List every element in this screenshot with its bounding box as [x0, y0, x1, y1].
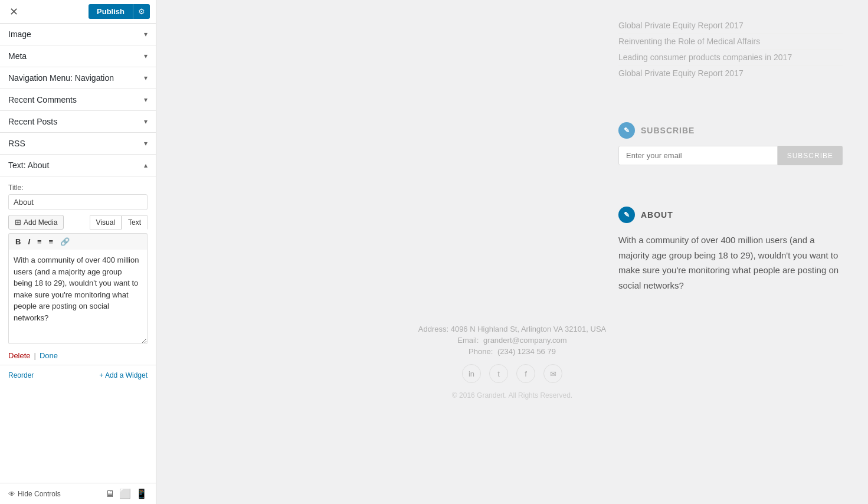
content-textarea[interactable]: With a community of over 400 million use… [8, 250, 148, 344]
reorder-button[interactable]: Reorder [8, 371, 34, 379]
media-row: ⊞ Add Media Visual Text [8, 215, 148, 230]
widget-recent-comments: Recent Comments ▾ [0, 89, 156, 111]
widget-image: Image ▾ [0, 24, 156, 45]
ul-button[interactable]: ≡ [34, 236, 45, 247]
mobile-view-button[interactable]: 📱 [136, 488, 148, 499]
preview-recent-posts: Global Private Equity Report 2017 Reinve… [618, 12, 843, 93]
about-title-text: ABOUT [641, 210, 673, 220]
publish-button[interactable]: Publish [89, 4, 133, 19]
chevron-down-icon: ▾ [144, 117, 148, 126]
footer-copyright: © 2016 Grandert. All Rights Reserved. [205, 391, 819, 400]
hide-controls-label: Hide Controls [18, 490, 61, 498]
footer-social: in t f ✉ [205, 364, 819, 383]
title-input[interactable] [8, 194, 148, 210]
widget-text-about-header[interactable]: Text: About ▴ [0, 155, 156, 176]
settings-button[interactable]: ⚙ [133, 4, 150, 19]
widget-image-header[interactable]: Image ▾ [0, 24, 156, 45]
desktop-view-button[interactable]: 🖥 [105, 489, 114, 499]
about-title: ✎ ABOUT [618, 207, 843, 223]
subscribe-form: SUBSCRIBE [618, 146, 843, 165]
preview-area: Global Private Equity Report 2017 Reinve… [156, 0, 868, 504]
recent-posts-list: Global Private Equity Report 2017 Reinve… [618, 18, 843, 81]
chevron-down-icon: ▾ [144, 52, 148, 60]
done-link[interactable]: Done [40, 351, 58, 360]
add-media-icon: ⊞ [15, 218, 21, 227]
list-item: Leading consumer products companies in 2… [618, 50, 843, 66]
email-icon: ✉ [543, 364, 562, 383]
list-item: Global Private Equity Report 2017 [618, 18, 843, 34]
eye-icon: 👁 [8, 490, 15, 498]
add-media-button[interactable]: ⊞ Add Media [8, 215, 64, 230]
widget-recent-comments-label: Recent Comments [8, 95, 77, 104]
preview-footer: Address: 4096 N Highland St, Arlington V… [182, 305, 843, 411]
widget-recent-posts-header[interactable]: Recent Posts ▾ [0, 111, 156, 132]
widget-meta-label: Meta [8, 51, 27, 61]
sidebar-bottom: 👁 Hide Controls 🖥 ⬜ 📱 [0, 483, 156, 504]
delete-link[interactable]: Delete [8, 351, 31, 360]
footer-email: Email: grandert@company.com [205, 336, 819, 345]
preview-subscribe-section: ✎ SUBSCRIBE SUBSCRIBE [618, 110, 843, 177]
widget-nav-header[interactable]: Navigation Menu: Navigation ▾ [0, 67, 156, 89]
link-button[interactable]: 🔗 [57, 236, 73, 247]
italic-button[interactable]: I [25, 236, 33, 247]
widget-recent-posts-label: Recent Posts [8, 117, 57, 126]
bold-button[interactable]: B [12, 236, 24, 247]
subscribe-button[interactable]: SUBSCRIBE [778, 146, 843, 165]
linkedin-icon: in [462, 364, 481, 383]
widget-rss: RSS ▾ [0, 133, 156, 155]
subscribe-title: ✎ SUBSCRIBE [618, 122, 843, 139]
list-item: Global Private Equity Report 2017 [618, 66, 843, 81]
widget-meta-header[interactable]: Meta ▾ [0, 45, 156, 67]
action-separator: | [34, 351, 36, 360]
about-icon: ✎ [618, 207, 635, 223]
about-text: With a community of over 400 million use… [618, 233, 843, 293]
subscribe-title-text: SUBSCRIBE [641, 126, 695, 135]
widget-list: Image ▾ Meta ▾ Navigation Menu: Navigati… [0, 24, 156, 483]
widget-navigation-menu: Navigation Menu: Navigation ▾ [0, 67, 156, 89]
twitter-icon: t [489, 364, 508, 383]
tab-text[interactable]: Text [122, 215, 148, 230]
add-media-label: Add Media [24, 218, 57, 227]
chevron-down-icon: ▾ [144, 74, 148, 82]
facebook-icon: f [516, 364, 535, 383]
list-item: Reinventing the Role of Medical Affairs [618, 34, 843, 50]
view-icons: 🖥 ⬜ 📱 [105, 488, 148, 499]
footer-address: Address: 4096 N Highland St, Arlington V… [205, 325, 819, 333]
preview-right-sidebar: Global Private Equity Report 2017 Reinve… [618, 12, 843, 305]
chevron-down-icon: ▾ [144, 30, 148, 38]
widget-nav-label: Navigation Menu: Navigation [8, 73, 114, 83]
footer-phone: Phone: (234) 1234 56 79 [205, 347, 819, 356]
tablet-view-button[interactable]: ⬜ [119, 488, 131, 499]
add-widget-button[interactable]: + Add a Widget [99, 371, 148, 379]
widget-rss-label: RSS [8, 139, 25, 148]
close-button[interactable]: ✕ [6, 4, 22, 19]
subscribe-icon: ✎ [618, 122, 635, 139]
preview-frame: Global Private Equity Report 2017 Reinve… [158, 0, 866, 435]
editor-tabs: Visual Text [90, 215, 148, 230]
widget-meta: Meta ▾ [0, 45, 156, 67]
widget-rss-header[interactable]: RSS ▾ [0, 133, 156, 154]
widget-image-label: Image [8, 30, 31, 39]
subscribe-input[interactable] [618, 146, 778, 165]
editor-toolbar: B I ≡ ≡ 🔗 [8, 233, 148, 250]
ol-button[interactable]: ≡ [46, 236, 57, 247]
hide-controls-button[interactable]: 👁 Hide Controls [8, 490, 61, 498]
publish-group: Publish ⚙ [89, 4, 150, 19]
sidebar: ✕ Publish ⚙ Image ▾ Meta ▾ Navigation Me… [0, 0, 156, 504]
reorder-row: Reorder + Add a Widget [0, 365, 156, 385]
chevron-up-icon: ▴ [144, 161, 148, 169]
sidebar-header: ✕ Publish ⚙ [0, 0, 156, 24]
widget-recent-posts: Recent Posts ▾ [0, 111, 156, 133]
tab-visual[interactable]: Visual [90, 215, 122, 230]
widget-recent-comments-header[interactable]: Recent Comments ▾ [0, 89, 156, 110]
preview-about-section: ✎ ABOUT With a community of over 400 mil… [618, 195, 843, 305]
chevron-down-icon: ▾ [144, 96, 148, 104]
chevron-down-icon: ▾ [144, 139, 148, 148]
widget-text-about-label: Text: About [8, 161, 49, 170]
widget-actions: Delete | Done [8, 346, 148, 365]
widget-text-about: Text: About ▴ Title: ⊞ Add Media Visual … [0, 155, 156, 365]
title-field-label: Title: [8, 184, 148, 192]
